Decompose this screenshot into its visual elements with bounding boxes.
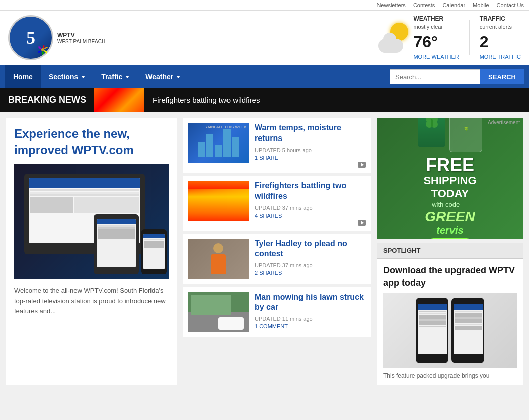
screen-nav (29, 178, 140, 188)
phone-screen-body-1 (418, 310, 447, 328)
news-thumb-fire (188, 181, 249, 221)
nav-sections[interactable]: Sections (41, 65, 93, 88)
traffic-label: TRAFFIC (480, 15, 521, 23)
news-info-mowing: Man mowing his lawn struck by car UPDATE… (255, 292, 366, 332)
tablet-shape (94, 214, 139, 274)
calendar-link[interactable]: Calendar (442, 2, 465, 8)
news-shares-hadley: 2 SHARES (255, 270, 366, 276)
lawn-area (191, 295, 231, 315)
bar-1 (198, 142, 205, 157)
news-item-fire: Firefighters battling two wildfires UPDA… (183, 176, 371, 231)
video-icon-weather (358, 162, 366, 168)
svg-point-1 (41, 48, 44, 51)
ad-free-text: FREE (426, 156, 474, 174)
news-shares-weather: 1 SHARE (255, 155, 366, 161)
news-info-weather: Warm temps, moisture returns UPDATED 5 h… (255, 123, 366, 168)
phone-screen-body-2 (454, 310, 483, 331)
news-title-hadley[interactable]: Tyler Hadley to plead no contest (255, 239, 366, 260)
phone-screen-1 (418, 304, 447, 354)
navigation-bar: Home Sections Traffic Weather SEARCH (0, 65, 529, 88)
bar-3 (215, 145, 222, 157)
phone-screen-2 (454, 304, 483, 354)
logo-circle: 5 (8, 15, 53, 60)
sections-arrow-icon (81, 76, 85, 78)
traffic-description: current alerts (480, 23, 521, 31)
mobile-link[interactable]: Mobile (473, 2, 489, 8)
traffic-more-link[interactable]: MORE TRAFFIC (480, 53, 521, 61)
phone-shape (141, 229, 167, 274)
nav-home[interactable]: Home (5, 65, 41, 88)
person-body (211, 254, 226, 274)
weather-more-link[interactable]: MORE WEATHER (413, 53, 459, 61)
phone-mock-1 (416, 298, 448, 363)
cloud-icon (378, 39, 403, 53)
news-item-weather: RAINFALL THIS WEEK Warm temps, moisture … (183, 118, 371, 173)
fire-effect (188, 181, 249, 221)
promo-description: Welcome to the all-new WPTV.com! South F… (14, 286, 169, 317)
channel-number: 5 (26, 27, 35, 48)
weather-traffic-area: WEATHER mostly clear 76° MORE WEATHER TR… (378, 15, 521, 61)
news-thumb-person (188, 239, 249, 279)
weather-temperature: 76° (413, 31, 459, 53)
search-area: SEARCH (390, 69, 524, 84)
weather-label: WEATHER (413, 15, 459, 23)
breaking-news-text: Firefighters battling two wildfires (144, 96, 268, 104)
breaking-news-label: BREAKING NEWS (0, 88, 94, 112)
nbc-peacock-icon (37, 44, 49, 56)
spotlight-title: Download the upgraded WPTV app today (383, 265, 517, 289)
breaking-news-bar: BREAKING NEWS Firefighters battling two … (0, 88, 529, 112)
spotlight-description: This feature packed upgrade brings you (383, 372, 517, 379)
main-content: Experience the new, improved WPTV.com (0, 112, 529, 391)
ad-with-code: with code — (432, 201, 468, 208)
news-title-fire[interactable]: Firefighters battling two wildfires (255, 181, 366, 202)
news-meta-fire: UPDATED 37 mins ago (255, 205, 366, 211)
ad-brand: tervis (436, 225, 463, 236)
breaking-news-fire-image (94, 88, 144, 112)
promo-title: Experience the new, improved WPTV.com (14, 126, 169, 157)
news-meta-mowing: UPDATED 11 mins ago (255, 316, 366, 322)
ad-cta-button[interactable]: shop now ▶ (427, 238, 473, 239)
person-figure (211, 243, 226, 274)
utility-bar: Newsletters Contests Calendar Mobile Con… (0, 0, 529, 11)
search-button[interactable]: SEARCH (480, 69, 524, 84)
spotlight-header: SPOTLIGHT (377, 243, 523, 259)
car-element (218, 317, 244, 330)
traffic-count: 2 (480, 31, 521, 53)
logo-area[interactable]: 5 WPTV WEST PALM BEACH (8, 15, 105, 60)
spotlight-box: SPOTLIGHT Download the upgraded WPTV app… (377, 243, 523, 385)
ad-banner-label: Advertisement (377, 120, 520, 125)
right-column: Advertisement Kiss Me! 🍀 FREE (377, 118, 523, 385)
news-title-mowing[interactable]: Man mowing his lawn struck by car (255, 292, 366, 313)
phone-screen-header-2 (454, 304, 483, 310)
newsletters-link[interactable]: Newsletters (376, 2, 405, 8)
nav-traffic[interactable]: Traffic (93, 65, 137, 88)
ad-banner[interactable]: Advertisement Kiss Me! 🍀 FREE (377, 118, 523, 239)
phone-mock-2 (451, 298, 484, 363)
news-meta-hadley: UPDATED 37 mins ago (255, 262, 366, 268)
video-icon-fire (358, 220, 366, 226)
person-head (213, 243, 223, 253)
devices-image (14, 164, 169, 279)
header-divider (469, 20, 470, 55)
weather-icon-area (378, 23, 408, 53)
weather-info: WEATHER mostly clear 76° MORE WEATHER (413, 15, 459, 61)
weather-description: mostly clear (413, 23, 459, 31)
traffic-widget: TRAFFIC current alerts 2 MORE TRAFFIC (480, 15, 521, 61)
news-shares-mowing: 1 COMMENT (255, 323, 366, 329)
news-thumb-weather: RAINFALL THIS WEEK (188, 123, 249, 163)
news-shares-fire: 4 SHARES (255, 213, 366, 219)
news-title-weather[interactable]: Warm temps, moisture returns (255, 123, 366, 144)
contact-us-link[interactable]: Contact Us (497, 2, 524, 8)
spotlight-content: Download the upgraded WPTV app today (377, 259, 523, 385)
bar-chart (194, 125, 243, 161)
ad-code-word: GREEN (425, 208, 475, 225)
nav-weather[interactable]: Weather (137, 65, 188, 88)
bar-4 (223, 129, 231, 157)
left-column: Experience the new, improved WPTV.com (6, 118, 177, 385)
search-input[interactable] (390, 69, 480, 84)
weather-arrow-icon (176, 76, 180, 78)
news-item-hadley: Tyler Hadley to plead no contest UPDATED… (183, 234, 371, 284)
contests-link[interactable]: Contests (413, 2, 435, 8)
news-info-hadley: Tyler Hadley to plead no contest UPDATED… (255, 239, 366, 279)
news-thumb-road (188, 292, 249, 332)
